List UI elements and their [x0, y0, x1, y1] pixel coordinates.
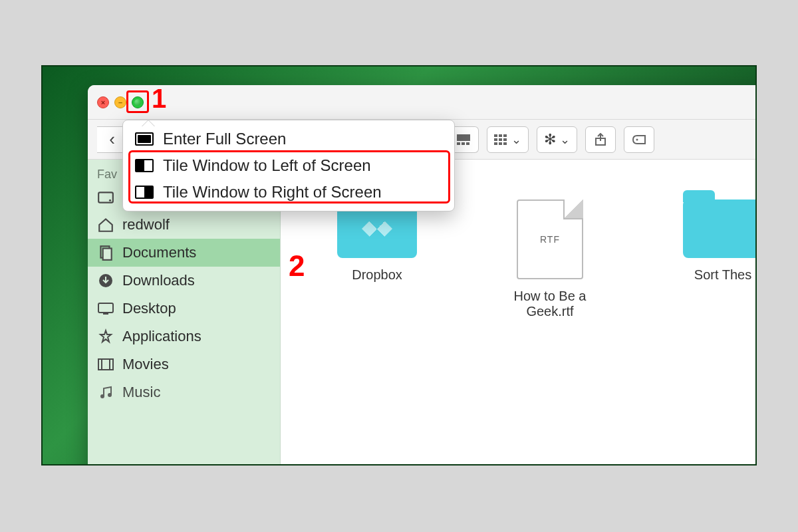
finder-window: × – 1 Docum ‹ [88, 85, 757, 466]
gallery-icon [457, 134, 470, 145]
svg-rect-15 [499, 134, 502, 137]
sidebar-item-label: Desktop [122, 300, 176, 317]
action-button[interactable]: ✻ ⌄ [537, 126, 577, 153]
close-button[interactable]: × [97, 96, 109, 108]
menu-item-label: Enter Full Screen [163, 130, 286, 148]
chevron-down-icon: ⌄ [560, 132, 570, 147]
svg-rect-22 [503, 142, 507, 145]
svg-rect-11 [457, 142, 460, 145]
annotation-box-2 [128, 150, 450, 203]
file-item-folder[interactable]: Sort Thes [666, 200, 757, 319]
sidebar-item-label: Applications [122, 328, 201, 345]
svg-rect-10 [457, 134, 470, 141]
applications-icon [97, 329, 114, 344]
sidebar-item-label: Movies [122, 356, 169, 373]
sidebar-item-documents[interactable]: Documents [88, 239, 280, 267]
sidebar-item-desktop[interactable]: Desktop [88, 295, 280, 323]
svg-rect-30 [98, 303, 113, 313]
svg-rect-12 [462, 142, 465, 145]
menu-enter-full-screen[interactable]: Enter Full Screen [123, 126, 454, 152]
svg-point-26 [109, 200, 111, 201]
fullscreen-icon [135, 132, 154, 146]
music-icon [97, 384, 114, 400]
rtf-badge: RTF [540, 234, 560, 245]
sidebar-item-downloads[interactable]: Downloads [88, 267, 280, 295]
sidebar-item-applications[interactable]: Applications [88, 323, 280, 350]
file-item-rtf[interactable]: RTF How to Be a Geek.rtf [493, 200, 606, 319]
sidebar-item-label: Documents [122, 244, 196, 261]
document-icon: RTF [517, 200, 583, 279]
share-icon [595, 133, 606, 146]
svg-rect-28 [103, 249, 112, 260]
svg-rect-18 [499, 138, 502, 141]
desktop-icon [97, 301, 114, 317]
annotation-box-1 [126, 90, 149, 113]
svg-point-35 [100, 394, 104, 398]
annotation-number-1: 1 [152, 84, 166, 114]
svg-point-24 [636, 138, 638, 140]
sidebar-item-label: Music [122, 384, 160, 401]
window-titlebar: × – 1 Docum [88, 85, 757, 120]
desktop-background: × – 1 Docum ‹ [41, 65, 757, 466]
svg-rect-14 [494, 134, 497, 137]
file-label: Sort Thes [694, 267, 751, 283]
file-label: How to Be a Geek.rtf [493, 289, 606, 319]
chevron-down-icon: ⌄ [511, 132, 521, 147]
file-item-dropbox[interactable]: Dropbox [321, 200, 434, 319]
minimize-button[interactable]: – [114, 96, 126, 108]
drive-icon [97, 190, 114, 205]
movies-icon [97, 356, 114, 372]
grid-small-icon [494, 134, 507, 145]
svg-rect-32 [98, 359, 113, 370]
tag-icon [632, 134, 646, 145]
sidebar-item-label: Downloads [122, 272, 195, 289]
group-by-button[interactable]: ⌄ [487, 126, 529, 153]
folder-icon [683, 200, 757, 258]
svg-rect-31 [103, 313, 108, 315]
annotation-number-2: 2 [289, 249, 305, 283]
documents-icon [97, 245, 114, 261]
downloads-icon [97, 273, 114, 289]
svg-rect-20 [494, 142, 497, 145]
gear-icon: ✻ [544, 131, 556, 148]
window-maximize-menu: Enter Full Screen Tile Window to Left of… [122, 120, 455, 211]
svg-rect-19 [503, 138, 507, 141]
file-label: Dropbox [352, 267, 402, 283]
sidebar-item-label: redwolf [122, 216, 170, 233]
svg-rect-17 [494, 138, 497, 141]
share-button[interactable] [585, 126, 616, 153]
svg-point-36 [108, 393, 112, 397]
svg-rect-21 [499, 142, 502, 145]
home-icon [97, 217, 114, 233]
sidebar-item-music[interactable]: Music [88, 378, 280, 406]
svg-rect-13 [466, 142, 469, 145]
tags-button[interactable] [624, 126, 654, 153]
sidebar-item-home[interactable]: redwolf [88, 211, 280, 239]
svg-rect-16 [503, 134, 507, 137]
sidebar-item-movies[interactable]: Movies [88, 350, 280, 378]
